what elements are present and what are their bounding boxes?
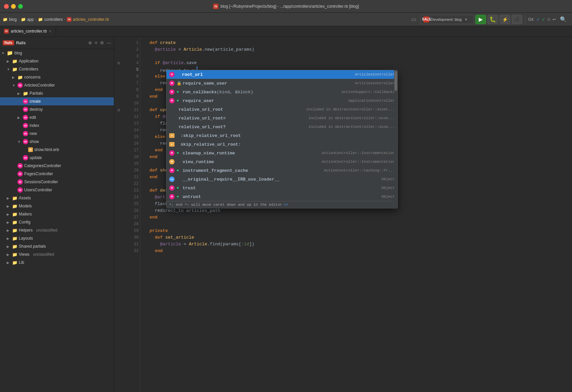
git-revert-icon[interactable]: ↩ xyxy=(553,17,556,22)
autocomplete-scrollbar[interactable] xyxy=(394,70,397,208)
folder-icon-lib: 📁 xyxy=(12,260,17,265)
ac-source-relative-url-root-eq: included in AbstractController::Asse... xyxy=(308,116,395,120)
ac-item-root-url[interactable]: m root_url ArticlesController xyxy=(166,70,397,79)
sidebar-filter-icon[interactable]: ≡ xyxy=(95,40,97,45)
close-button[interactable] xyxy=(4,4,9,9)
tree-item-partials[interactable]: 📁 Partials xyxy=(0,89,114,97)
code-container[interactable]: ◻ ◻ 1 2 3 4 5 6 7 8 9 10 11 xyxy=(114,37,572,392)
stop-button[interactable]: ⬛ xyxy=(512,15,522,24)
maximize-button[interactable] xyxy=(18,4,23,9)
ac-source-trust: Object xyxy=(381,186,395,190)
sidebar-actions: ⊕ ≡ ⚙ — xyxy=(88,40,111,45)
users-icon: m xyxy=(17,187,23,193)
ac-name-run-callbacks: run_callbacks(kind, &block) xyxy=(183,90,340,95)
ac-icon-m-instrument: m xyxy=(169,168,175,173)
tree-item-shared-partials[interactable]: 📁 Shared partials xyxy=(0,242,114,250)
ac-item-skip-relative-url-root[interactable]: f :skip_relative_url_root xyxy=(166,131,397,140)
tree-item-config[interactable]: 📁 Config xyxy=(0,218,114,226)
tree-item-helpers[interactable]: 📁 Helpers unclassified xyxy=(0,226,114,234)
minimize-button[interactable] xyxy=(11,4,16,9)
breadcrumb-app: 📁 xyxy=(21,17,26,22)
tree-label-index: index xyxy=(30,123,39,128)
edit-icon: m xyxy=(23,115,28,120)
tree-item-index[interactable]: m index xyxy=(0,121,114,130)
tree-item-show-erb[interactable]: R show.html.erb xyxy=(0,146,114,154)
run-config-selector[interactable]: SALE Development: blog ▼ xyxy=(420,15,474,24)
ac-item-cleanup-view-runtime[interactable]: m ● cleanup_view_runtime ActionControlle… xyxy=(166,149,397,157)
categories-icon: m xyxy=(17,163,23,168)
tree-item-assets[interactable]: 📁 Assets xyxy=(0,194,114,202)
code-line-4: if @article.save xyxy=(144,60,568,66)
ac-item-relative-url-root-q[interactable]: relative_url_root? included in AbstractC… xyxy=(166,122,397,131)
tree-item-concerns[interactable]: 📁 concerns xyxy=(0,73,114,81)
tree-item-update[interactable]: m update xyxy=(0,154,114,162)
tree-item-pages-controller[interactable]: m PagesController xyxy=(0,170,114,178)
tree-item-models[interactable]: 📁 Models xyxy=(0,202,114,210)
sidebar-settings-icon[interactable]: ⚙ xyxy=(100,40,104,45)
autocomplete-scrollbar-thumb[interactable] xyxy=(394,71,397,91)
tree-item-controllers[interactable]: 📁 Controllers xyxy=(0,65,114,73)
run-button[interactable]: ▶ xyxy=(475,15,486,24)
show-icon: m xyxy=(23,139,28,144)
ac-leaf-icon-cleanup: ● xyxy=(177,151,181,155)
tree-item-edit[interactable]: m edit xyxy=(0,113,114,121)
rubymine-icon: rb xyxy=(213,4,219,9)
tree-item-create[interactable]: m create xyxy=(0,97,114,105)
tree-item-layouts[interactable]: 📁 Layouts xyxy=(0,234,114,242)
new-icon: m xyxy=(23,131,28,136)
ac-name-instrument-fragment-cache: instrument_fragment_cache xyxy=(183,168,322,173)
ac-item-original-require[interactable]: >> __original__require__IRB_use_loader__… xyxy=(166,175,397,184)
ac-item-require-same-user[interactable]: m 🔒 require_same_user ArticlesController xyxy=(166,79,397,88)
tree-arrow-partials xyxy=(17,92,21,95)
search-button[interactable]: 🔍 xyxy=(557,15,569,24)
ac-name-require-same-user: require_same_user xyxy=(183,81,353,86)
profile-button[interactable]: ⚡ xyxy=(499,15,510,24)
tree-item-lib[interactable]: 📁 Lib xyxy=(0,258,114,266)
ac-item-untrust[interactable]: m ● untrust Object xyxy=(166,192,397,201)
tree-item-show[interactable]: m show xyxy=(0,138,114,146)
tree-label-edit: edit xyxy=(30,115,36,120)
tree-root-blog[interactable]: 📁 blog xyxy=(0,49,114,57)
tab-close-button[interactable]: × xyxy=(49,29,51,34)
tree-label-config: Config xyxy=(19,220,31,225)
tree-item-new[interactable]: m new xyxy=(0,130,114,138)
git-history-icon[interactable]: ⊙ xyxy=(547,17,551,22)
ac-item-run-callbacks[interactable]: m ● run_callbacks(kind, &block) ActiveSu… xyxy=(166,88,397,96)
sidebar-add-icon[interactable]: ⊕ xyxy=(88,40,92,45)
tree-label-categories-controller: CategoriesController xyxy=(24,163,61,168)
ac-item-instrument-fragment-cache[interactable]: m ● instrument_fragment_cache ActionCont… xyxy=(166,166,397,175)
ac-item-relative-url-root-eq[interactable]: relative_url_root= included in AbstractC… xyxy=(166,114,397,122)
destroy-icon: m xyxy=(23,107,28,112)
ac-name-trust: trust xyxy=(183,186,379,191)
run-config-icon: SALE xyxy=(423,16,429,22)
ac-item-relative-url-root[interactable]: relative_url_root included in AbstractCo… xyxy=(166,105,397,114)
ac-icon-m-trust: m xyxy=(169,185,175,191)
create-icon: m xyxy=(23,99,28,104)
ac-item-trust[interactable]: m ● trust Object xyxy=(166,184,397,192)
git-checkmark-blue: ✓ xyxy=(536,17,540,22)
sidebar-collapse-icon[interactable]: — xyxy=(107,40,111,45)
ac-source-original-require: Object xyxy=(381,177,395,181)
preview-btn[interactable]: ▭ xyxy=(409,15,419,24)
ac-item-view-runtime[interactable]: m view_runtime ActionController::Instrum… xyxy=(166,157,397,166)
tree-item-sessions-controller[interactable]: m SessionsController xyxy=(0,178,114,186)
ac-item-require-user[interactable]: m ● require_user ApplicationController xyxy=(166,96,397,105)
ac-leaf-icon-run-callbacks: ● xyxy=(177,90,181,94)
ac-icon-m-cleanup: m xyxy=(169,150,175,156)
tree-label-users-controller: UsersController xyxy=(24,188,52,192)
tree-arrow-concerns xyxy=(12,76,16,79)
code-line-3 xyxy=(144,53,568,60)
tree-arrow-lib xyxy=(7,261,11,264)
tree-item-users-controller[interactable]: m UsersController xyxy=(0,186,114,194)
tree-item-mailers[interactable]: 📁 Mailers xyxy=(0,210,114,218)
debug-button[interactable]: 🐛 xyxy=(487,15,498,24)
tree-item-application[interactable]: 📁 Application xyxy=(0,57,114,65)
tree-item-categories-controller[interactable]: m CategoriesController xyxy=(0,162,114,170)
tab-articles-controller[interactable]: rb articles_controller.rb × xyxy=(0,26,56,37)
tree-item-articles-controller[interactable]: m ArticlesController xyxy=(0,81,114,89)
ac-item-skip-relative-url-root-colon[interactable]: f skip_relative_url_root: xyxy=(166,140,397,149)
ac-name-view-runtime: view_runtime xyxy=(183,159,320,164)
tree-item-views[interactable]: 📁 Views unclassified xyxy=(0,250,114,258)
autocomplete-popup[interactable]: m root_url ArticlesController m 🔒 requir… xyxy=(166,70,398,208)
tree-item-destroy[interactable]: m destroy xyxy=(0,105,114,113)
